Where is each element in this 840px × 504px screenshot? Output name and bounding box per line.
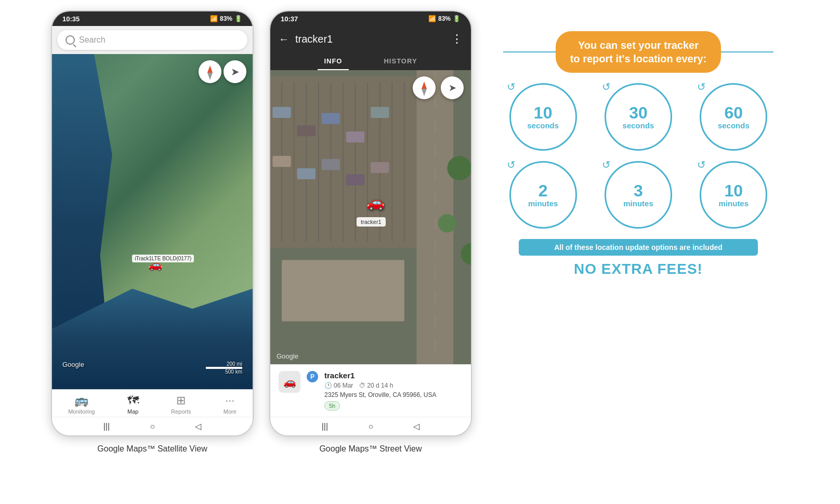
phone2-android-back-btn[interactable]: ||| — [322, 422, 328, 431]
phone2-container: 10:37 📶 83% 🔋 ← tracker1 ⋮ INFO HISTORY — [269, 10, 472, 454]
phone2-compass[interactable] — [413, 76, 436, 99]
svg-rect-15 — [282, 260, 404, 322]
phone1-container: 10:35 📶 83% 🔋 Search ➤ — [51, 10, 254, 454]
svg-point-26 — [447, 156, 471, 180]
phone1-search-area: Search — [52, 26, 253, 54]
infographic-circles-grid: ↺ 10 seconds ↺ 30 seconds ↺ 60 seconds ↺… — [503, 83, 773, 229]
back-arrow-btn[interactable]: ← — [279, 33, 289, 45]
circle-2min-number: 2 — [539, 182, 548, 199]
phone1-tracker-pin: 🚗 — [148, 258, 162, 272]
phone1-scale-500km: 500 km — [225, 369, 242, 375]
phone1-google-label: Google — [62, 361, 84, 368]
meta-duration: ⏱ 20 d 14 h — [359, 382, 393, 389]
phone1-bottom-nav: 🚌 Monitoring 🗺 Map ⊞ Reports ··· More — [52, 389, 253, 417]
nav-more-label: More — [224, 408, 237, 415]
infographic-title-wrapper: You can set your tracker to report it's … — [503, 31, 773, 73]
phone1-time: 10:35 — [62, 15, 80, 23]
arrow-60sec: ↺ — [697, 81, 708, 92]
nav-monitoring-label: Monitoring — [68, 408, 95, 415]
infographic: You can set your tracker to report it's … — [488, 16, 789, 293]
phone2: 10:37 📶 83% 🔋 ← tracker1 ⋮ INFO HISTORY — [269, 10, 472, 436]
time-badge: 5h — [324, 401, 340, 410]
svg-point-28 — [438, 214, 456, 232]
more-icon: ··· — [225, 394, 234, 407]
nav-reports-label: Reports — [171, 408, 191, 415]
phone2-tracker-bubble: tracker1 — [357, 217, 386, 227]
circle-30sec-number: 30 — [629, 104, 648, 121]
p-badge: P — [307, 371, 318, 382]
svg-rect-16 — [272, 107, 291, 118]
phone2-signal: 📶 — [428, 15, 436, 22]
phone2-tabs: INFO HISTORY — [270, 52, 471, 70]
arrow-10min: ↺ — [697, 158, 708, 170]
circle-10sec: ↺ 10 seconds — [509, 83, 577, 151]
phone2-satellite-map[interactable]: ➤ 🚗 tracker1 ^ Google — [270, 70, 471, 364]
circle-10sec-number: 10 — [534, 104, 553, 121]
phone1-map[interactable]: ➤ iTrack1LTE BOLD(0177) 🚗 Google 200 mi … — [52, 54, 253, 389]
phone1-search-bar[interactable]: Search — [57, 30, 247, 50]
nav-monitoring[interactable]: 🚌 Monitoring — [68, 394, 95, 415]
phone1-scale-bar: 200 mi 500 km — [206, 361, 242, 375]
arrow-2min: ↺ — [507, 158, 518, 170]
phone2-battery: 83% — [438, 15, 451, 22]
circle-2min: ↺ 2 minutes — [509, 161, 577, 229]
infographic-title: You can set your tracker to report it's … — [556, 31, 721, 73]
svg-rect-20 — [272, 156, 291, 167]
phone1: 10:35 📶 83% 🔋 Search ➤ — [51, 10, 254, 436]
nav-reports[interactable]: ⊞ Reports — [171, 394, 191, 415]
circle-10sec-unit: seconds — [527, 121, 559, 130]
circle-60sec-number: 60 — [725, 104, 743, 121]
tracker-name: tracker1 — [324, 371, 463, 380]
svg-rect-19 — [346, 131, 364, 142]
android-back-btn[interactable]: ||| — [103, 422, 110, 431]
tracker-car-icon: 🚗 — [279, 371, 300, 393]
tab-history[interactable]: HISTORY — [363, 52, 438, 70]
circle-60sec: ↺ 60 seconds — [700, 83, 767, 151]
svg-rect-21 — [297, 168, 316, 179]
android-home-btn[interactable]: ○ — [150, 422, 155, 431]
android-recent-btn[interactable]: ◁ — [195, 421, 201, 431]
circle-30sec-unit: seconds — [623, 121, 654, 130]
phone2-caption: Google Maps™ Street View — [319, 444, 422, 454]
phone1-caption: Google Maps™ Satellite View — [97, 444, 207, 454]
arrow-10sec: ↺ — [507, 81, 518, 92]
tracker-meta: 🕐 06 Mar ⏱ 20 d 14 h — [324, 382, 463, 389]
svg-rect-18 — [322, 113, 340, 124]
phone2-status-bar: 10:37 📶 83% 🔋 — [270, 11, 471, 26]
circle-10min: ↺ 10 minutes — [700, 161, 767, 229]
phone1-android-nav: ||| ○ ◁ — [52, 417, 253, 435]
phone1-battery: 83% — [220, 15, 232, 22]
tracker-address: 2325 Myers St, Oroville, CA 95966, USA — [324, 391, 463, 399]
circle-10min-unit: minutes — [719, 199, 749, 208]
phone2-location-btn[interactable]: ➤ — [441, 76, 464, 99]
title-line-right — [721, 51, 773, 52]
circle-10min-number: 10 — [725, 182, 743, 199]
circle-60sec-unit: seconds — [718, 121, 750, 130]
no-fees-text: NO EXTRA FEES! — [574, 261, 703, 277]
circle-30sec: ↺ 30 seconds — [605, 83, 672, 151]
circle-2min-unit: minutes — [528, 199, 558, 208]
phone1-compass[interactable] — [199, 60, 221, 83]
nav-more[interactable]: ··· More — [224, 394, 237, 415]
location-icon: ➤ — [231, 65, 240, 78]
tab-info[interactable]: INFO — [303, 52, 363, 70]
arrow-3min: ↺ — [602, 158, 613, 170]
phone2-android-home-btn[interactable]: ○ — [368, 422, 373, 431]
phone2-scroll-indicator: ^ — [463, 74, 467, 83]
phone1-location-btn[interactable]: ➤ — [224, 60, 246, 83]
phone1-scale-200mi: 200 mi — [227, 361, 242, 367]
tracker-info-block: tracker1 🕐 06 Mar ⏱ 20 d 14 h 2325 Myers… — [324, 371, 463, 410]
phone2-tracker-pin: 🚗 — [366, 194, 385, 211]
phone2-android-recent-btn[interactable]: ◁ — [413, 421, 419, 431]
arrow-30sec: ↺ — [602, 81, 613, 92]
reports-icon: ⊞ — [176, 394, 186, 407]
phone1-battery-icon: 🔋 — [234, 15, 242, 22]
tracker-title: tracker1 — [295, 33, 445, 45]
phone2-google-label: Google — [277, 352, 298, 360]
search-icon — [65, 35, 75, 45]
clock-icon: 🕐 — [324, 382, 332, 389]
nav-map[interactable]: 🗺 Map — [127, 394, 139, 415]
phone1-signal: 📶 — [210, 15, 218, 22]
more-dots-btn[interactable]: ⋮ — [451, 32, 463, 46]
circle-3min-unit: minutes — [623, 199, 653, 208]
